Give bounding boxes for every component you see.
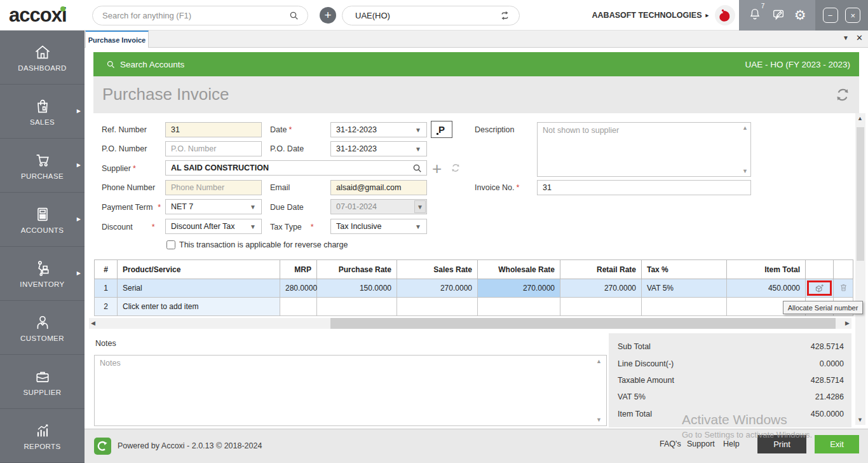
col-header-num: # (95, 260, 118, 279)
po-number-input[interactable] (165, 141, 262, 156)
subtotal-label: Sub Total (618, 342, 651, 351)
scroll-down-icon[interactable]: ▼ (742, 168, 748, 174)
scroll-up-icon[interactable]: ▲ (596, 358, 602, 364)
retail-rate-cell[interactable]: 270.0000 (560, 279, 642, 298)
horizontal-scroll-thumb[interactable] (330, 318, 836, 329)
vertical-scroll-thumb[interactable] (857, 127, 864, 261)
mrp-cell[interactable] (280, 298, 317, 316)
minimize-button[interactable]: − (823, 8, 838, 23)
sales-rate-cell[interactable]: 270.0000 (397, 279, 478, 298)
scroll-right-icon[interactable]: ▶ (845, 320, 850, 326)
company-menu[interactable]: AABASOFT TECHNOLOGIES ▸ (546, 0, 709, 31)
tab-purchase-invoice[interactable]: Purchase Invoice (85, 31, 149, 48)
retail-rate-cell[interactable] (560, 298, 642, 316)
tax-type-select[interactable]: Tax Inclusive▼ (330, 219, 427, 234)
logo-dot-icon (60, 6, 65, 11)
description-textarea[interactable] (537, 122, 751, 177)
scroll-down-icon[interactable]: ▼ (857, 417, 863, 423)
refresh-page-icon[interactable] (834, 86, 851, 106)
branch-selector[interactable]: UAE(HO) (342, 6, 520, 25)
search-accounts-button[interactable]: Search Accounts (106, 60, 184, 69)
line-discount-label: Line Discount(-) (618, 359, 674, 368)
global-search[interactable] (92, 6, 308, 25)
notes-textarea[interactable] (94, 355, 607, 426)
sidebar-item-label: ACCOUNTS (21, 226, 64, 234)
add-supplier-icon[interactable]: + (432, 159, 442, 179)
search-icon[interactable] (288, 10, 300, 22)
totals-panel: Sub Total 428.5714 Line Discount(-) 0.00… (609, 333, 851, 427)
chevron-down-icon: ▼ (415, 223, 421, 230)
reload-supplier-icon[interactable] (450, 162, 461, 176)
sidebar-item-accounts[interactable]: ACCOUNTS ▶ (0, 193, 85, 247)
mrp-cell[interactable]: 280.0000 (280, 279, 317, 298)
sidebar-item-inventory[interactable]: INVENTORY ▶ (0, 247, 85, 301)
required-asterisk: * (311, 223, 314, 232)
supplier-search-icon[interactable] (412, 163, 423, 177)
add-item-cell[interactable]: Click enter to add item (118, 298, 280, 316)
tab-close-icon[interactable]: ✕ (856, 33, 863, 43)
taxable-amount-label: Taxable Amount (618, 376, 674, 385)
delete-row-button[interactable] (834, 279, 853, 298)
email-input[interactable] (330, 180, 427, 195)
reverse-charge-checkbox[interactable] (166, 240, 175, 249)
tax-cell[interactable]: VAT 5% (642, 279, 727, 298)
supplier-input[interactable] (165, 160, 427, 176)
tab-list-dropdown-icon[interactable]: ▼ (843, 34, 849, 41)
po-date-select[interactable]: 31-12-2023▼ (330, 141, 427, 156)
po-number-label: P.O. Number (102, 144, 147, 153)
discount-select[interactable]: Discount After Tax▼ (165, 219, 262, 234)
sidebar-item-purchase[interactable]: PURCHASE ▶ (0, 139, 85, 193)
allocate-serial-button[interactable] (807, 280, 832, 296)
help-link[interactable]: Help (723, 439, 740, 448)
footer: Powered by Accoxi - 2.0.13 © 2018-2024 F… (85, 429, 868, 463)
ref-number-input[interactable] (165, 122, 262, 137)
sidebar-item-customer[interactable]: CUSTOMER (0, 301, 85, 355)
sidebar-item-sales[interactable]: SALES ▶ (0, 85, 85, 139)
email-label: Email (270, 183, 290, 192)
date-select[interactable]: 31-12-2023▼ (330, 122, 427, 137)
wholesale-rate-cell[interactable]: 270.0000 (478, 279, 560, 298)
accoxi-logo[interactable]: accoxi (9, 4, 67, 27)
horizontal-scrollbar[interactable]: ◀ ▶ (89, 318, 851, 329)
col-header-sales-rate: Sales Rate (397, 260, 478, 279)
p-dot-icon (437, 133, 438, 135)
avatar[interactable] (715, 5, 735, 25)
line-discount-row: Line Discount(-) 0.0000 (609, 359, 851, 368)
sales-rate-cell[interactable] (397, 298, 478, 316)
accoxi-footer-logo (94, 438, 111, 455)
settings-button[interactable]: ⚙ (794, 8, 806, 23)
scroll-down-icon[interactable]: ▼ (596, 417, 602, 423)
wholesale-rate-cell[interactable] (478, 298, 560, 316)
exit-button[interactable]: Exit (815, 435, 859, 453)
sidebar-item-dashboard[interactable]: DASHBOARD (0, 31, 85, 85)
sidebar-item-reports[interactable]: REPORTS (0, 409, 85, 463)
table-row: 1 Serial 280.0000 150.0000 270.0000 270.… (95, 279, 853, 298)
line-discount-value: 0.0000 (820, 359, 844, 368)
scroll-up-icon[interactable]: ▲ (857, 115, 863, 121)
faq-link[interactable]: FAQ's (660, 439, 681, 448)
sidebar: DASHBOARD SALES ▶ PURCHASE ▶ ACCOUNTS ▶ … (0, 31, 85, 463)
scroll-up-icon[interactable]: ▲ (742, 125, 748, 131)
quick-add-button[interactable]: + (320, 7, 336, 24)
tax-cell[interactable] (642, 298, 727, 316)
product-cell[interactable]: Serial (118, 279, 280, 298)
close-button[interactable]: × (845, 8, 860, 23)
purchase-rate-cell[interactable] (317, 298, 397, 316)
payment-term-select[interactable]: NET 7▼ (165, 199, 262, 214)
phone-input[interactable] (165, 180, 262, 195)
notifications-button[interactable]: 7 (748, 7, 762, 24)
scroll-left-icon[interactable]: ◀ (91, 320, 95, 326)
previous-document-button[interactable]: P (431, 121, 452, 138)
global-search-input[interactable] (102, 11, 288, 20)
purchase-rate-cell[interactable]: 150.0000 (317, 279, 397, 298)
bar-chart-icon (33, 422, 52, 439)
vertical-scrollbar[interactable]: ▲ ▼ (855, 113, 865, 425)
switch-branch-icon[interactable] (499, 10, 510, 21)
messages-button[interactable] (771, 7, 785, 24)
invoice-no-input[interactable] (537, 180, 751, 195)
print-button[interactable]: Print (757, 435, 806, 453)
sidebar-item-label: SALES (30, 118, 55, 126)
sidebar-item-supplier[interactable]: SUPPLIER (0, 355, 85, 409)
required-asterisk: * (517, 183, 520, 192)
support-link[interactable]: Support (687, 439, 715, 448)
